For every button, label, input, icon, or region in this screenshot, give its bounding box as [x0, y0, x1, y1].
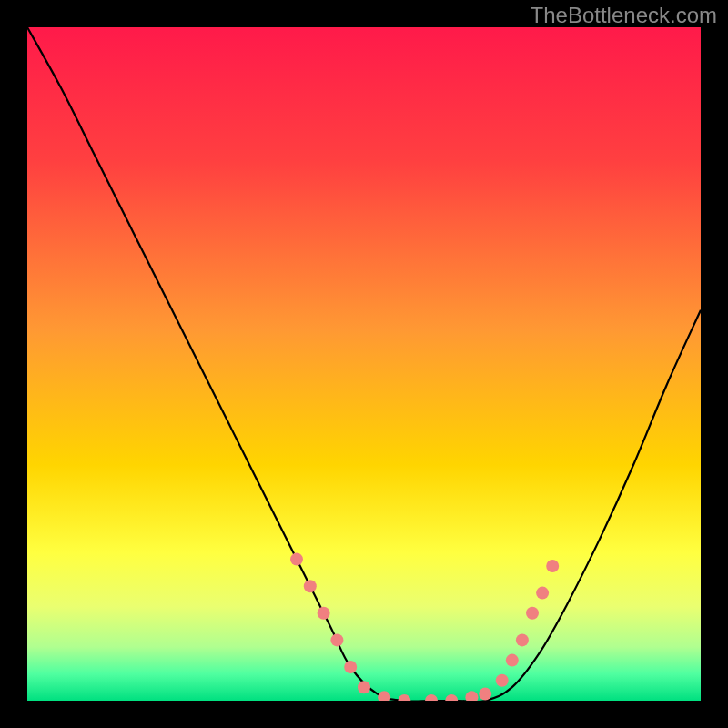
highlight-point [318, 607, 330, 620]
highlight-point [546, 560, 559, 572]
highlight-point [516, 633, 529, 646]
highlight-point [479, 688, 491, 701]
highlight-point [304, 580, 317, 592]
highlight-point [358, 681, 370, 693]
highlight-point [344, 661, 357, 673]
highlight-point [496, 674, 509, 687]
highlight-point [330, 633, 343, 646]
chart-svg [27, 27, 701, 701]
highlight-point [526, 607, 539, 620]
gradient-background [27, 27, 701, 701]
highlight-point [536, 587, 549, 600]
chart-plot-area [27, 27, 701, 701]
watermark-text: TheBottleneck.com [531, 3, 717, 28]
highlight-point [290, 553, 303, 566]
highlight-point [506, 654, 519, 667]
